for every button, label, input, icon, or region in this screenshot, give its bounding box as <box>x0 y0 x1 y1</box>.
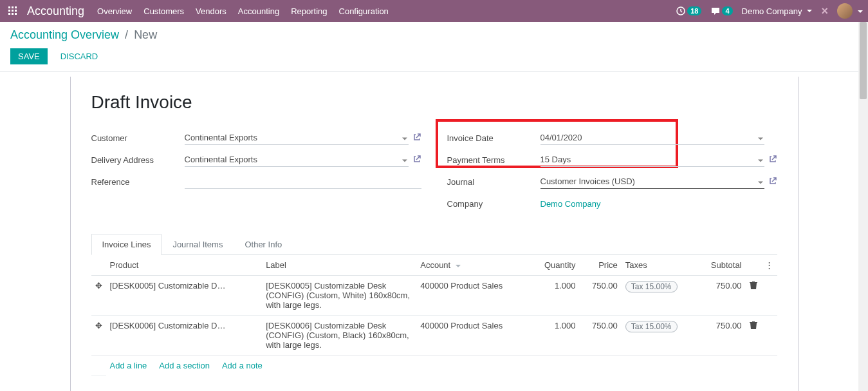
scrollbar[interactable] <box>858 22 868 391</box>
nav-reporting[interactable]: Reporting <box>291 6 327 16</box>
breadcrumb-parent[interactable]: Accounting Overview <box>10 28 119 41</box>
journal-field[interactable] <box>540 175 764 189</box>
cell-quantity[interactable]: 1.000 <box>530 316 579 356</box>
kebab-icon[interactable]: ⋮ <box>765 260 773 270</box>
cell-label[interactable]: [DESK0006] Customizable Desk (CONFIG) (C… <box>262 316 416 356</box>
invoice-date-field[interactable] <box>540 131 764 145</box>
svg-rect-6 <box>8 13 10 15</box>
svg-rect-8 <box>15 13 17 15</box>
svg-rect-5 <box>15 10 17 12</box>
control-buttons: Save Discard <box>10 48 858 71</box>
form-sheet: Draft Invoice Customer Delivery Address <box>70 77 799 391</box>
cell-price[interactable]: 750.00 <box>579 276 621 316</box>
col-product: Product <box>106 255 263 276</box>
svg-rect-4 <box>12 10 14 12</box>
company-link[interactable]: Demo Company <box>540 199 601 209</box>
form-view: Draft Invoice Customer Delivery Address <box>0 72 868 391</box>
cell-subtotal: 750.00 <box>697 276 746 316</box>
svg-rect-3 <box>8 10 10 12</box>
add-note-link[interactable]: Add a note <box>222 361 263 370</box>
left-column: Customer Delivery Address <box>91 128 421 216</box>
nav-customers[interactable]: Customers <box>143 6 184 16</box>
tab-other-info[interactable]: Other Info <box>234 234 293 255</box>
nav-vendors[interactable]: Vendors <box>196 6 226 16</box>
nav-overview[interactable]: Overview <box>97 6 132 16</box>
external-link-icon[interactable] <box>412 133 421 144</box>
delete-row-icon[interactable] <box>746 316 761 356</box>
sort-caret-icon <box>453 260 461 270</box>
cell-product[interactable]: [DESK0005] Customizable Des... <box>110 281 226 291</box>
scrollbar-thumb[interactable] <box>860 22 867 99</box>
external-link-icon[interactable] <box>768 176 777 187</box>
save-button[interactable]: Save <box>10 48 48 64</box>
payment-terms-field[interactable] <box>540 153 764 167</box>
invoice-date-label: Invoice Date <box>447 133 540 143</box>
nav-right: 18 4 Demo Company × <box>676 3 863 19</box>
nav-configuration[interactable]: Configuration <box>339 6 389 16</box>
col-taxes: Taxes <box>622 255 697 276</box>
drag-handle-icon[interactable]: ✥ <box>91 316 106 356</box>
customer-label: Customer <box>91 133 185 143</box>
delivery-label: Delivery Address <box>91 155 185 165</box>
delete-row-icon[interactable] <box>746 276 761 316</box>
col-label: Label <box>262 255 416 276</box>
user-menu-caret[interactable] <box>855 6 863 16</box>
tax-tag[interactable]: Tax 15.00% <box>625 281 678 292</box>
svg-rect-0 <box>8 6 10 8</box>
chat-badge: 4 <box>722 6 732 15</box>
reference-field[interactable] <box>185 175 421 189</box>
timer-icon[interactable]: 18 <box>676 6 701 16</box>
payment-terms-label: Payment Terms <box>447 155 540 165</box>
app-brand[interactable]: Accounting <box>27 5 84 18</box>
timer-badge: 18 <box>687 6 701 15</box>
chat-icon[interactable]: 4 <box>710 6 732 16</box>
delivery-field[interactable] <box>185 153 409 167</box>
company-selector[interactable]: Demo Company <box>742 6 813 16</box>
add-line-link[interactable]: Add a line <box>110 361 147 370</box>
cell-product[interactable]: [DESK0006] Customizable Des... <box>110 321 226 330</box>
drag-handle-icon[interactable]: ✥ <box>91 276 106 316</box>
right-column: Invoice Date Payment Terms <box>447 128 777 216</box>
main-navbar: Accounting Overview Customers Vendors Ac… <box>0 0 868 22</box>
tab-invoice-lines[interactable]: Invoice Lines <box>91 234 162 255</box>
invoice-lines-table: Product Label Account Quantity Price Tax… <box>91 255 777 376</box>
svg-rect-7 <box>12 13 14 15</box>
journal-label: Journal <box>447 177 540 187</box>
cell-subtotal: 750.00 <box>697 316 746 356</box>
nav-accounting[interactable]: Accounting <box>238 6 279 16</box>
customer-field[interactable] <box>185 131 409 145</box>
company-label: Company <box>447 199 540 209</box>
tab-journal-items[interactable]: Journal Items <box>162 234 234 255</box>
tax-tag[interactable]: Tax 15.00% <box>625 321 678 332</box>
table-row[interactable]: ✥ [DESK0005] Customizable Des... [DESK00… <box>91 276 777 316</box>
cell-price[interactable]: 750.00 <box>579 316 621 356</box>
svg-rect-1 <box>12 6 14 8</box>
control-panel: Accounting Overview / New Save Discard <box>0 22 868 72</box>
col-price: Price <box>579 255 621 276</box>
add-section-link[interactable]: Add a section <box>159 361 210 370</box>
form-fields: Customer Delivery Address <box>91 128 777 216</box>
col-account[interactable]: Account <box>416 255 530 276</box>
discard-button[interactable]: Discard <box>53 48 106 64</box>
close-icon[interactable]: × <box>821 5 828 18</box>
cell-account[interactable]: 400000 Product Sales <box>416 276 530 316</box>
reference-label: Reference <box>91 177 185 187</box>
cell-label[interactable]: [DESK0005] Customizable Desk (CONFIG) (C… <box>262 276 416 316</box>
col-subtotal: Subtotal <box>697 255 746 276</box>
avatar[interactable] <box>837 3 853 19</box>
breadcrumb-current: New <box>134 28 157 41</box>
external-link-icon[interactable] <box>768 155 777 166</box>
external-link-icon[interactable] <box>412 155 421 166</box>
table-row[interactable]: ✥ [DESK0006] Customizable Des... [DESK00… <box>91 316 777 356</box>
apps-icon[interactable] <box>5 3 21 19</box>
nav-menu: Overview Customers Vendors Accounting Re… <box>97 6 389 16</box>
page-title: Draft Invoice <box>91 92 777 113</box>
svg-rect-2 <box>15 6 17 8</box>
cell-account[interactable]: 400000 Product Sales <box>416 316 530 356</box>
cell-quantity[interactable]: 1.000 <box>530 276 579 316</box>
breadcrumb: Accounting Overview / New <box>10 28 858 42</box>
col-quantity: Quantity <box>530 255 579 276</box>
tabs: Invoice Lines Journal Items Other Info <box>91 234 777 255</box>
